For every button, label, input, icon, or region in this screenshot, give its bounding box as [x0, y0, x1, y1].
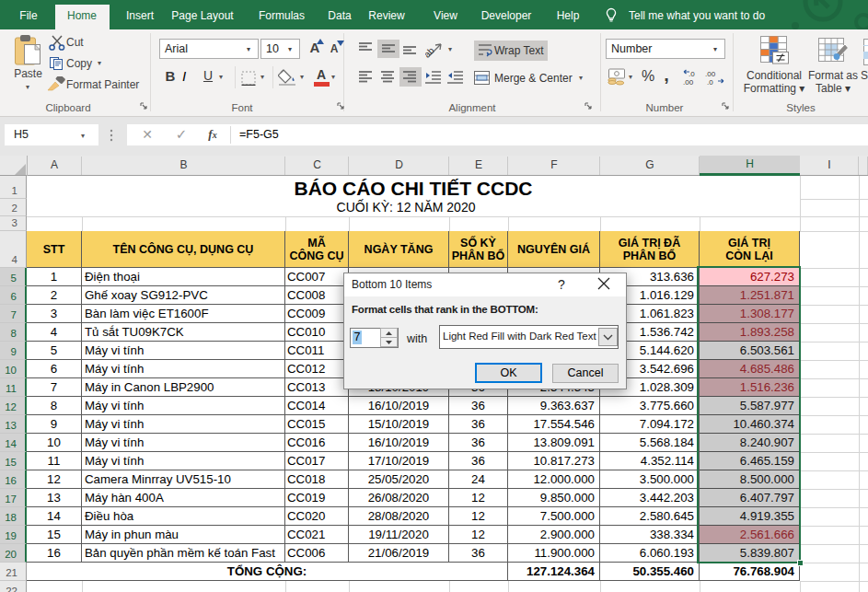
svg-text:ab: ab — [425, 45, 436, 59]
svg-text:.0: .0 — [689, 70, 695, 78]
svg-text:.00: .00 — [683, 78, 694, 86]
svg-text:.0: .0 — [707, 78, 713, 86]
svg-text:.00: .00 — [705, 70, 716, 78]
